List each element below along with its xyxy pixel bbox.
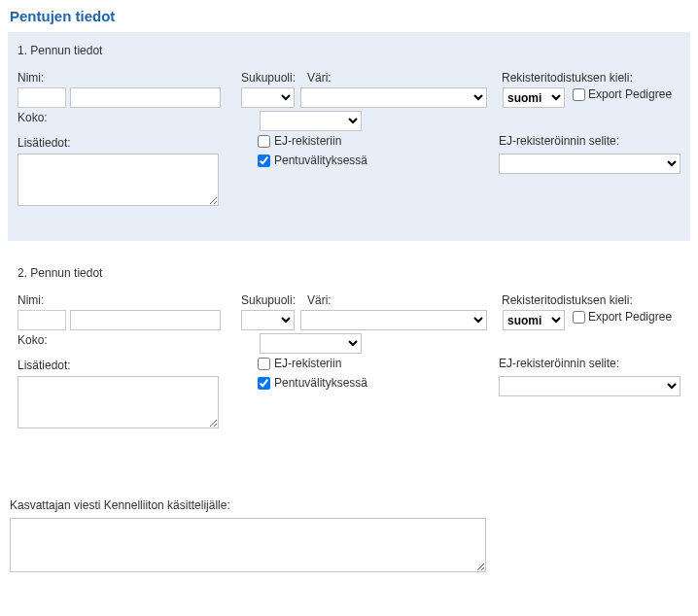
label-ej-rekisteriin: EJ-rekisteriin xyxy=(274,357,341,370)
kennel-name-prefix xyxy=(17,87,66,108)
pentuvalityksessa-checkbox[interactable] xyxy=(258,377,270,390)
label-ej-selite: EJ-rekisteröinnin selite: xyxy=(499,357,681,370)
label-nimi: Nimi: xyxy=(17,293,44,307)
sex-select[interactable] xyxy=(241,87,295,108)
breeder-message-textarea[interactable] xyxy=(10,518,486,572)
label-koko: Koko: xyxy=(17,111,48,124)
sex-select[interactable] xyxy=(241,310,295,330)
label-sukupuoli: Sukupuoli: xyxy=(241,293,296,307)
lisatiedot-textarea[interactable] xyxy=(17,154,219,206)
pentuvalityksessa-checkbox[interactable] xyxy=(258,154,270,167)
language-select[interactable]: suomi xyxy=(503,87,565,108)
label-vari: Väri: xyxy=(307,293,332,307)
export-pedigree-checkbox[interactable] xyxy=(573,311,585,324)
puppy-1-heading: 1. Pennun tiedot xyxy=(17,44,681,57)
ej-selite-select[interactable] xyxy=(499,154,681,174)
puppy-block-2: 2. Pennun tiedot Nimi: Sukupuoli: Väri: … xyxy=(8,255,690,463)
label-sukupuoli: Sukupuoli: xyxy=(241,71,296,85)
label-koko: Koko: xyxy=(17,333,48,347)
lisatiedot-textarea[interactable] xyxy=(17,376,219,428)
language-select[interactable]: suomi xyxy=(503,310,565,330)
export-pedigree-checkbox[interactable] xyxy=(573,88,585,101)
puppy-2-heading: 2. Pennun tiedot xyxy=(17,266,681,280)
size-select[interactable] xyxy=(260,333,362,354)
label-export-pedigree: Export Pedigree xyxy=(588,310,672,324)
name-input[interactable] xyxy=(70,87,221,108)
label-vari: Väri: xyxy=(307,71,332,85)
puppy-block-1: 1. Pennun tiedot Nimi: Sukupuoli: Väri: … xyxy=(8,32,690,241)
name-input[interactable] xyxy=(70,310,221,330)
label-pentuvalityksessa: Pentuvälityksessä xyxy=(274,376,367,390)
label-rek-kieli: Rekisteritodistuksen kieli: xyxy=(502,71,633,85)
ej-rekisteriin-checkbox[interactable] xyxy=(258,135,270,148)
kennel-name-prefix xyxy=(17,310,66,330)
label-nimi: Nimi: xyxy=(17,71,44,85)
label-export-pedigree: Export Pedigree xyxy=(588,87,672,101)
ej-selite-select[interactable] xyxy=(499,376,681,396)
page-title: Pentujen tiedot xyxy=(10,8,690,24)
label-pentuvalityksessa: Pentuvälityksessä xyxy=(274,154,367,167)
ej-rekisteriin-checkbox[interactable] xyxy=(258,358,270,370)
color-select[interactable] xyxy=(300,87,487,108)
label-ej-selite: EJ-rekisteröinnin selite: xyxy=(499,134,681,148)
size-select[interactable] xyxy=(260,111,362,131)
label-lisatiedot: Lisätiedot: xyxy=(17,359,71,372)
label-rek-kieli: Rekisteritodistuksen kieli: xyxy=(502,293,633,307)
label-lisatiedot: Lisätiedot: xyxy=(17,136,71,150)
label-ej-rekisteriin: EJ-rekisteriin xyxy=(274,134,341,148)
label-breeder-message: Kasvattajan viesti Kennelliiton käsittel… xyxy=(10,498,230,512)
color-select[interactable] xyxy=(300,310,487,330)
